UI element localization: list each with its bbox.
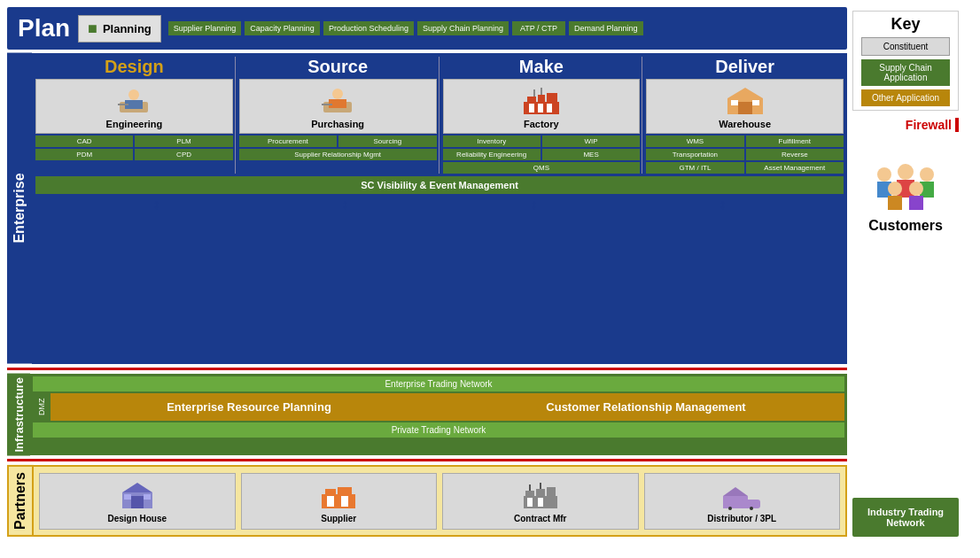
purchasing-name: Purchasing [311,119,364,129]
gtm-itl-btn[interactable]: GTM / ITL [646,162,743,174]
industry-trading-box[interactable]: Industry Trading Network [852,498,959,537]
planning-box: ■ Planning [78,15,161,43]
plm-btn[interactable]: PLM [135,136,232,147]
design-house-name: Design House [107,514,167,523]
svg-rect-19 [738,102,752,114]
svg-rect-33 [525,491,534,498]
customers-label: Customers [868,218,943,234]
svg-rect-36 [527,498,533,507]
svg-rect-14 [547,104,552,112]
plan-title: Plan [18,14,71,43]
customers-icon [866,157,945,214]
svg-marker-23 [122,483,152,492]
mes-btn[interactable]: MES [542,149,640,160]
red-border-bottom [7,459,847,461]
private-trading-bar: Private Trading Network [33,422,844,438]
svg-point-44 [728,507,732,510]
partners-label: Partners [7,465,34,537]
supplier-rel-mgmt-btn[interactable]: Supplier Relationship Mgmt [239,149,437,160]
warehouse-name: Warehouse [719,119,771,129]
key-other-app: Other Application [861,89,950,106]
supplier-icon [317,479,360,511]
asset-mgmt-btn[interactable]: Asset Management [746,162,844,174]
svg-rect-34 [536,489,545,498]
partner-distributor[interactable]: Distributor / 3PL [644,473,841,530]
source-header: Source [239,57,437,77]
sourcing-btn[interactable]: Sourcing [338,136,436,147]
deliver-header: Deliver [646,57,844,77]
svg-rect-55 [909,196,923,210]
partner-supplier[interactable]: Supplier [241,473,438,530]
wip-btn[interactable]: WIP [542,136,640,147]
svg-rect-21 [752,100,759,105]
warehouse-icon [723,83,767,117]
svg-point-48 [898,164,914,180]
svg-rect-35 [547,487,556,498]
svg-rect-27 [322,494,355,508]
blue-arrow-1: ↕ [153,197,160,213]
qms-btn[interactable]: QMS [443,162,641,174]
svg-point-45 [750,507,753,510]
svg-rect-10 [538,95,545,104]
svg-rect-7 [322,104,332,105]
contract-mfr-icon [519,479,562,511]
dmz-label: DMZ [33,393,51,421]
transportation-btn[interactable]: Transportation [646,149,743,160]
svg-rect-24 [131,496,144,508]
procurement-btn[interactable]: Procurement [239,136,337,147]
red-border-top [7,368,847,370]
blue-arrow-4: ↕ [719,197,727,213]
svg-rect-11 [547,93,557,104]
svg-rect-3 [118,104,128,105]
engineering-icon [112,83,156,117]
plan-app-capacity-planning[interactable]: Capacity Planning [245,21,320,35]
inventory-btn[interactable]: Inventory [443,136,541,147]
plan-app-demand-planning[interactable]: Demand Planning [569,21,643,35]
svg-rect-9 [527,97,536,104]
cpd-btn[interactable]: CPD [135,149,232,160]
fulfillment-btn[interactable]: Fulfillment [746,136,844,147]
reverse-btn[interactable]: Reverse [746,149,844,160]
reliability-eng-btn[interactable]: Reliability Engineering [443,149,541,160]
plan-app-production-scheduling[interactable]: Production Scheduling [323,21,414,35]
planning-icon: ■ [88,19,97,38]
svg-rect-28 [325,489,336,496]
sc-visibility-bar: SC Visibility & Event Management [35,176,844,194]
enterprise-trading-bar: Enterprise Trading Network [33,376,844,391]
svg-point-50 [920,167,934,182]
plan-apps-container: Supplier Planning Capacity Planning Prod… [168,21,643,35]
make-header: Make [443,57,641,77]
design-house-icon [116,479,159,511]
key-title: Key [891,15,920,34]
svg-marker-18 [727,88,763,98]
firewall-label: Firewall [852,118,959,132]
svg-rect-26 [144,494,151,500]
crm-box[interactable]: Customer Relationship Management [447,393,844,421]
plan-app-supply-chain-planning[interactable]: Supply Chain Planning [417,21,509,35]
partner-design-house[interactable]: Design House [39,473,236,530]
partner-contract-mfr[interactable]: Contract Mfr [442,473,639,530]
svg-rect-12 [529,104,534,112]
svg-rect-37 [538,498,543,507]
svg-rect-30 [327,496,334,507]
blue-arrow-3: ↕ [531,197,538,213]
svg-point-5 [332,89,343,99]
cad-btn[interactable]: CAD [35,136,133,147]
engineering-name: Engineering [106,119,163,129]
wms-btn[interactable]: WMS [646,136,743,147]
purchasing-icon [315,83,360,117]
plan-app-supplier-planning[interactable]: Supplier Planning [168,21,242,35]
infrastructure-label: Infrastructure [7,374,30,456]
pdm-btn[interactable]: PDM [35,149,133,160]
erp-box[interactable]: Enterprise Resource Planning [51,393,447,421]
key-panel: Key Constituent Supply Chain Application… [852,11,959,111]
svg-point-52 [888,182,902,196]
plan-app-atp-ctp[interactable]: ATP / CTP [512,21,565,35]
distributor-name: Distributor / 3PL [707,514,776,523]
svg-rect-13 [538,104,543,112]
svg-rect-29 [338,487,352,496]
svg-point-1 [128,89,139,100]
enterprise-label: Enterprise [7,53,32,364]
factory-icon [519,83,564,117]
svg-point-46 [877,167,891,182]
